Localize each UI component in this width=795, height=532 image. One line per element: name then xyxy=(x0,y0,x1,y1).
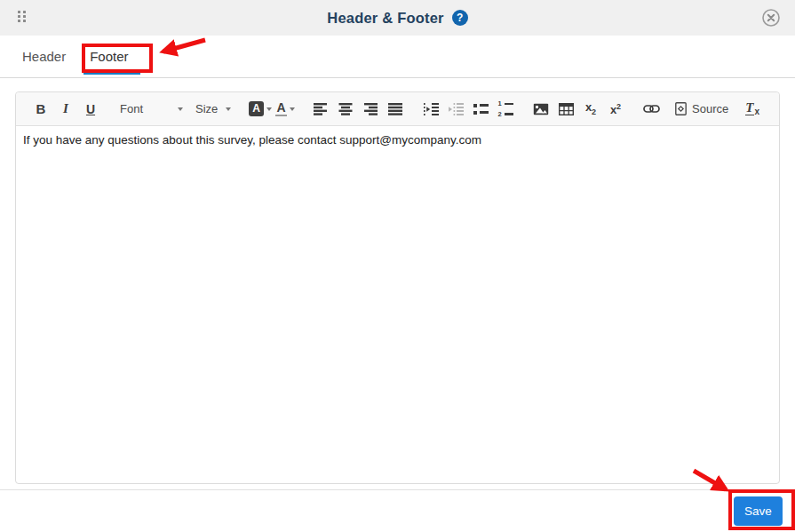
tab-header[interactable]: Header xyxy=(22,49,66,64)
align-right-button[interactable] xyxy=(359,98,382,121)
text-color-icon: A xyxy=(275,101,286,116)
text-color-button[interactable]: A xyxy=(274,98,297,121)
link-icon xyxy=(643,104,660,114)
source-document-icon xyxy=(675,102,687,115)
tab-footer[interactable]: Footer xyxy=(90,49,128,64)
chevron-down-icon xyxy=(290,107,295,111)
decrease-indent-icon xyxy=(449,103,464,115)
decrease-indent-button[interactable] xyxy=(444,98,467,121)
underline-button[interactable]: U xyxy=(79,98,102,121)
align-center-icon xyxy=(338,103,353,115)
dialog-title: Header & Footer xyxy=(327,10,443,27)
numbered-list-button[interactable]: 1 2 xyxy=(494,98,517,121)
insert-table-button[interactable] xyxy=(554,98,577,121)
titlebar: Header & Footer ? xyxy=(0,0,795,36)
superscript-icon: x2 xyxy=(610,103,621,115)
justify-icon xyxy=(388,103,402,115)
bulleted-list-icon xyxy=(473,104,489,115)
subscript-icon: x2 xyxy=(585,101,596,116)
background-color-icon: A xyxy=(249,101,264,116)
chevron-down-icon xyxy=(178,107,183,111)
dialog-footer: Save xyxy=(0,489,795,532)
link-button[interactable] xyxy=(640,98,663,121)
align-left-button[interactable] xyxy=(309,98,332,121)
size-dropdown[interactable]: Size xyxy=(190,98,236,121)
dialog-body: B I U Font Size A A xyxy=(0,78,795,484)
numbered-list-icon: 1 2 xyxy=(497,100,513,117)
source-button[interactable]: Source xyxy=(675,98,728,121)
help-icon[interactable]: ? xyxy=(452,10,468,26)
italic-button[interactable]: I xyxy=(54,98,77,121)
editor-toolbar: B I U Font Size A A xyxy=(16,92,779,126)
increase-indent-icon xyxy=(424,103,439,115)
bold-button[interactable]: B xyxy=(29,98,52,121)
header-footer-dialog: Header & Footer ? Header Footer B I U Fo… xyxy=(0,0,795,532)
justify-button[interactable] xyxy=(384,98,407,121)
superscript-button[interactable]: x2 xyxy=(604,98,627,121)
increase-indent-button[interactable] xyxy=(419,98,442,121)
subscript-button[interactable]: x2 xyxy=(579,98,602,121)
active-tab-indicator xyxy=(83,71,140,75)
editor-content[interactable]: If you have any questions about this sur… xyxy=(16,126,779,483)
align-center-button[interactable] xyxy=(334,98,357,121)
chevron-down-icon xyxy=(266,107,272,111)
insert-image-button[interactable] xyxy=(529,98,553,121)
remove-format-icon: Tx xyxy=(745,101,759,116)
close-icon[interactable] xyxy=(761,8,781,28)
image-icon xyxy=(533,103,549,115)
tab-bar: Header Footer xyxy=(0,36,795,78)
chevron-down-icon xyxy=(226,107,231,111)
save-button[interactable]: Save xyxy=(734,496,783,526)
bulleted-list-button[interactable] xyxy=(469,98,492,121)
align-left-icon xyxy=(314,103,328,115)
font-dropdown[interactable]: Font xyxy=(115,98,188,121)
align-right-icon xyxy=(363,103,378,115)
remove-format-button[interactable]: Tx xyxy=(741,98,764,121)
rich-text-editor: B I U Font Size A A xyxy=(15,91,780,484)
titlebar-center: Header & Footer ? xyxy=(0,0,795,36)
background-color-button[interactable]: A xyxy=(249,98,272,121)
editor-text: If you have any questions about this sur… xyxy=(23,133,481,147)
table-icon xyxy=(559,103,574,115)
